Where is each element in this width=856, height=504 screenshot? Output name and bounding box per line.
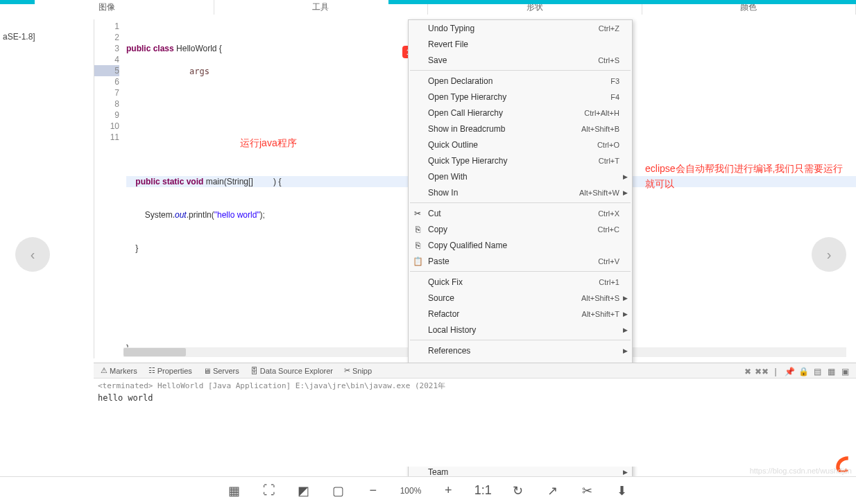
- ctx-references[interactable]: References▶: [409, 342, 632, 358]
- tab-properties[interactable]: ☷Properties: [144, 366, 196, 375]
- cut-icon: ✂: [412, 209, 423, 218]
- ctx-source[interactable]: SourceAlt+Shift+S▶: [409, 290, 632, 306]
- ctx-open-type-hierarchy[interactable]: Open Type HierarchyF4: [409, 89, 632, 105]
- tab-servers[interactable]: 🖥Servers: [199, 367, 243, 375]
- annotation-run-java: 运行java程序: [240, 137, 297, 150]
- copy-icon: ⎘: [412, 225, 423, 234]
- properties-icon: ☷: [148, 366, 155, 375]
- actual-size-icon[interactable]: 1:1: [475, 483, 490, 498]
- tab-markers[interactable]: ⚠Markers: [96, 366, 142, 375]
- zoom-level: 100%: [400, 486, 422, 496]
- ctx-refactor[interactable]: RefactorAlt+Shift+T▶: [409, 306, 632, 322]
- snippets-icon: ✂: [344, 366, 350, 375]
- tab-dse[interactable]: 🗄Data Source Explorer: [246, 367, 337, 375]
- lock-icon[interactable]: 🔒: [798, 366, 809, 377]
- fit-icon[interactable]: ⛶: [262, 483, 277, 498]
- nav-next[interactable]: ›: [812, 237, 846, 272]
- select-icon[interactable]: ◩: [296, 483, 311, 498]
- ctx-open-declaration[interactable]: Open DeclarationF3: [409, 73, 632, 89]
- ctx-local-history[interactable]: Local History▶: [409, 322, 632, 338]
- ctx-copy-qualified-name[interactable]: ⎘Copy Qualified Name: [409, 237, 632, 253]
- display-icon[interactable]: ▦: [825, 366, 837, 377]
- ctx-quick-type-hierarchy[interactable]: Quick Type HierarchyCtrl+T: [409, 153, 632, 168]
- zoom-in-icon[interactable]: +: [440, 483, 456, 498]
- bottom-panel: ⚠Markers ☷Properties 🖥Servers 🗄Data Sour…: [94, 363, 856, 467]
- line-gutter: 1 2 3 4 5 6 7 8 9 10 11: [94, 21, 123, 143]
- external-icon[interactable]: ↗: [545, 483, 560, 498]
- tab-snippets[interactable]: ✂Snipp: [340, 366, 376, 375]
- zoom-out-icon[interactable]: −: [366, 483, 381, 498]
- ctx-quick-outline[interactable]: Quick OutlineCtrl+O: [409, 137, 632, 153]
- ctx-open-with[interactable]: Open With▶: [409, 168, 632, 184]
- ctx-save[interactable]: SaveCtrl+S: [409, 52, 632, 68]
- ctx-open-call-hierarchy[interactable]: Open Call HierarchyCtrl+Alt+H: [409, 105, 632, 121]
- console-output: hello world: [94, 393, 856, 403]
- db-icon: 🗄: [250, 367, 258, 375]
- open-icon[interactable]: ▣: [839, 366, 850, 377]
- markers-icon: ⚠: [101, 366, 108, 375]
- pin-icon[interactable]: 📌: [784, 366, 795, 377]
- console-toolbar: ✖ ✖✖ | 📌 🔒 ▤ ▦ ▣: [742, 366, 850, 377]
- annotation-eclipse-compile: eclipse会自动帮我们进行编译,我们只需要运行就可以: [645, 161, 846, 191]
- ctx-copy[interactable]: ⎘CopyCtrl+C: [409, 221, 632, 237]
- project-tree[interactable]: aSE-1.8]: [0, 25, 90, 49]
- ctx-revert-file[interactable]: Revert File: [409, 36, 632, 52]
- crop-icon[interactable]: ✂: [579, 483, 594, 498]
- download-icon[interactable]: ⬇: [614, 483, 629, 498]
- ctx-paste[interactable]: 📋PasteCtrl+V: [409, 253, 632, 269]
- square-icon[interactable]: ▢: [331, 483, 346, 498]
- top-tab-bar: 图像 工具 形状 颜色: [0, 0, 856, 15]
- remove-all-icon[interactable]: ✖✖: [756, 366, 767, 377]
- ctx-quick-fix[interactable]: Quick FixCtrl+1: [409, 274, 632, 290]
- ctx-show-in-breadcrumb[interactable]: Show in BreadcrumbAlt+Shift+B: [409, 121, 632, 137]
- servers-icon: 🖥: [203, 367, 211, 375]
- ctx-show-in[interactable]: Show InAlt+Shift+W▶: [409, 184, 632, 200]
- console-header: <terminated> HelloWorld [Java Applicatio…: [94, 379, 856, 393]
- nav-prev[interactable]: ‹: [15, 237, 50, 272]
- ctx-cut[interactable]: ✂CutCtrl+X: [409, 205, 632, 221]
- tree-node[interactable]: aSE-1.8]: [3, 32, 35, 42]
- grid-icon[interactable]: ▦: [227, 483, 242, 498]
- divider: |: [770, 366, 781, 377]
- bottom-toolbar: ▦ ⛶ ◩ ▢ − 100% + 1:1 ↻ ↗ ✂ ⬇: [0, 476, 856, 504]
- copy-qualified-name-icon: ⎘: [412, 241, 423, 250]
- remove-icon[interactable]: ✖: [742, 366, 753, 377]
- ctx-undo-typing[interactable]: Undo TypingCtrl+Z: [409, 20, 632, 36]
- watermark: https://blog.csdn.net/wushdjsn: [750, 467, 852, 475]
- paste-icon: 📋: [412, 257, 423, 266]
- rotate-icon[interactable]: ↻: [510, 483, 525, 498]
- new-console-icon[interactable]: ▤: [812, 366, 823, 377]
